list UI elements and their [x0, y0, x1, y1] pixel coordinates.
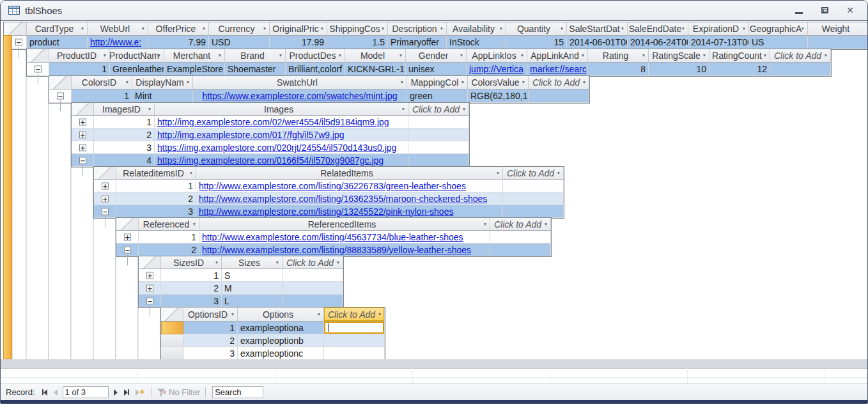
cell-images[interactable]: http://img.examplestore.com/02/wer4554/i… [155, 116, 408, 128]
cell-referenced[interactable]: 1 [139, 231, 199, 244]
column-dropdown-icon[interactable]: ▼ [186, 80, 190, 84]
hyperlink[interactable]: jump://Vertica [469, 64, 523, 74]
column-dropdown-icon[interactable]: ▼ [400, 80, 404, 84]
column-header-weburl[interactable]: WebUrl▼ [88, 22, 148, 36]
column-dropdown-icon[interactable]: ▼ [381, 26, 385, 31]
column-header-colorsvalue[interactable]: ColorsValue▼ [468, 76, 529, 89]
column-header-sizesid[interactable]: SizesID▼ [161, 256, 222, 269]
column-dropdown-icon[interactable]: ▼ [157, 53, 161, 58]
cell-click-to-add[interactable] [770, 63, 831, 76]
cell-sizesid[interactable]: 1 [161, 269, 222, 282]
previous-record-button[interactable] [50, 387, 61, 398]
cell-relateditemsid[interactable]: 1 [116, 180, 196, 192]
column-dropdown-icon[interactable]: ▼ [263, 26, 267, 31]
expand-icon[interactable]: + [146, 284, 153, 291]
column-header-applinkios[interactable]: AppLinkIos▼ [467, 49, 527, 63]
column-header-brand[interactable]: Brand▼ [225, 49, 286, 63]
cell-applinkand[interactable]: market://searc [527, 63, 588, 76]
cell-applinkios[interactable]: jump://Vertica [467, 63, 527, 76]
column-dropdown-icon[interactable]: ▼ [496, 171, 500, 175]
column-header-quantity[interactable]: Quantity▼ [506, 22, 567, 36]
cell-referenced[interactable]: 2 [139, 244, 199, 256]
cell-click-to-add[interactable] [529, 89, 589, 103]
cell-click-to-add[interactable] [408, 116, 469, 128]
select-all-corner[interactable] [94, 167, 116, 180]
column-dropdown-icon[interactable]: ▼ [581, 53, 585, 58]
row-gutter[interactable]: + [116, 231, 139, 244]
column-header-swatchurl[interactable]: SwatchUrl▼ [193, 76, 407, 89]
column-header-click-to-add[interactable]: Click to Add▼ [408, 103, 469, 116]
cell-click-to-add[interactable] [324, 334, 385, 347]
select-all-corner[interactable] [139, 256, 161, 269]
column-header-colorsid[interactable]: ColorsID▼ [72, 76, 132, 89]
column-header-model[interactable]: Model▼ [345, 49, 406, 63]
column-header-salestartdat[interactable]: SaleStartDat▼ [567, 22, 628, 36]
column-header-click-to-add[interactable]: Click to Add▼ [324, 307, 385, 322]
cell-colorsvalue[interactable]: RGB(62,180,137 [468, 89, 529, 103]
cell-optionsid[interactable]: 2 [183, 334, 238, 347]
cell-click-to-add[interactable] [324, 347, 385, 360]
cell-click-to-add[interactable] [503, 192, 564, 205]
row-gutter[interactable]: + [72, 128, 94, 141]
column-dropdown-icon[interactable]: ▼ [742, 26, 746, 31]
cell-originalpric[interactable]: 17.99 [270, 36, 327, 49]
cell-productnam[interactable]: Greenleathers [110, 63, 164, 76]
close-icon[interactable]: ✕ [844, 4, 856, 16]
cell-images[interactable]: https://img.examplestore.com/0166f54/il5… [155, 154, 408, 167]
column-header-imagesid[interactable]: ImagesID▼ [94, 103, 155, 116]
hyperlink[interactable]: http://img.examplestore.com/02/wer4554/i… [157, 117, 389, 127]
cell-sizesid[interactable]: 2 [161, 282, 222, 295]
cell-expirationd[interactable]: 2014-07-13T00: [688, 36, 749, 49]
collapse-icon[interactable]: − [146, 297, 153, 304]
select-all-corner[interactable] [161, 307, 183, 322]
collapse-icon[interactable]: − [102, 208, 109, 215]
column-dropdown-icon[interactable]: ▼ [801, 26, 805, 31]
column-header-saleenddate[interactable]: SaleEndDate▼ [628, 22, 688, 36]
column-header-productnam[interactable]: ProductNam▼ [110, 49, 164, 63]
column-header-relateditems[interactable]: RelatedItems▼ [196, 167, 503, 180]
cell-click-to-add[interactable] [503, 205, 564, 218]
column-header-applinkand[interactable]: AppLinkAnd▼ [527, 49, 588, 63]
cell-imagesid[interactable]: 4 [94, 154, 155, 167]
cell-brand[interactable]: Shoemaster [225, 63, 286, 76]
cell-description[interactable]: Primaryoffer [388, 36, 447, 49]
hyperlink[interactable]: http://img.examplestore.com/017/fgh/il57… [157, 130, 345, 140]
first-record-button[interactable] [39, 387, 50, 398]
hyperlink[interactable]: https://img.examplestore.com/0166f54/il5… [157, 155, 384, 166]
collapse-icon[interactable]: − [35, 66, 42, 73]
cell-options[interactable]: exampleoptiona [238, 322, 324, 334]
cell-click-to-add[interactable] [408, 128, 469, 141]
cell-displaynam[interactable]: Mint [132, 89, 193, 103]
row-gutter[interactable]: − [139, 295, 161, 307]
cell-salestartdat[interactable]: 2014-06-01T00: [567, 36, 628, 49]
cell-sizes[interactable]: L [222, 295, 283, 307]
cell-options[interactable]: exampleoptionc [238, 347, 324, 360]
cell-weburl[interactable]: http://www.e: [88, 36, 148, 49]
cell-shippingcos[interactable]: 1.5 [327, 36, 388, 49]
column-header-rating[interactable]: Rating▼ [588, 49, 649, 63]
cell-gender[interactable]: unisex [406, 63, 467, 76]
column-header-offerprice[interactable]: OfferPrice▼ [148, 22, 209, 36]
column-dropdown-icon[interactable]: ▼ [499, 26, 503, 31]
column-dropdown-icon[interactable]: ▼ [582, 80, 586, 84]
cell-mappingcol[interactable]: green [407, 89, 468, 103]
cell-ratingscale[interactable]: 10 [649, 63, 709, 76]
column-dropdown-icon[interactable]: ▼ [824, 53, 828, 58]
column-header-geographica[interactable]: GeographicA▼ [749, 22, 808, 36]
column-dropdown-icon[interactable]: ▼ [279, 53, 283, 58]
cell-quantity[interactable]: 15 [506, 36, 567, 49]
cell-sizes[interactable]: S [222, 269, 283, 282]
cell-offerprice[interactable]: 7.99 [148, 36, 209, 49]
column-header-description[interactable]: Description▼ [388, 22, 447, 36]
column-header-availability[interactable]: Availability▼ [447, 22, 506, 36]
cell-optionsid[interactable]: 3 [183, 347, 238, 360]
expand-icon[interactable]: + [124, 233, 131, 240]
expand-icon[interactable]: + [102, 195, 109, 202]
column-dropdown-icon[interactable]: ▼ [702, 53, 706, 58]
column-dropdown-icon[interactable]: ▼ [401, 107, 405, 111]
cell-options[interactable]: exampleoptionb [238, 334, 324, 347]
cell-productdes[interactable]: Brilliant,colorf [286, 63, 345, 76]
column-header-productid[interactable]: ProductID▼ [49, 49, 110, 63]
column-dropdown-icon[interactable]: ▼ [520, 53, 524, 58]
select-all-corner[interactable] [27, 49, 49, 63]
